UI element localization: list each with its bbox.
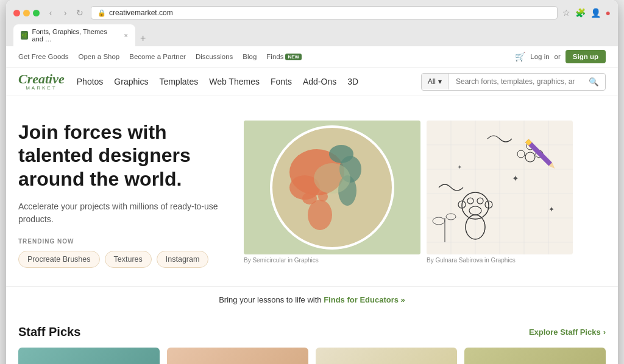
tab-title: Fonts, Graphics, Themes and …: [32, 28, 118, 43]
trending-tag-instagram[interactable]: Instagram: [157, 251, 209, 268]
get-free-goods-link[interactable]: Get Free Goods: [18, 53, 68, 60]
tab-close-button[interactable]: ×: [124, 32, 128, 39]
utility-bar: Get Free Goods Open a Shop Become a Part…: [6, 46, 618, 68]
active-tab[interactable]: 🌿 Fonts, Graphics, Themes and … ×: [13, 24, 135, 46]
blog-link[interactable]: Blog: [243, 53, 257, 60]
hero-left: Join forces with talented designers arou…: [18, 121, 225, 268]
nav-fonts[interactable]: Fonts: [271, 77, 292, 86]
staff-picks-header: Staff Picks Explore Staff Picks ›: [18, 325, 606, 339]
logo-market-text: MARKET: [26, 86, 57, 91]
nav-photos[interactable]: Photos: [77, 77, 104, 86]
svg-point-6: [308, 200, 332, 230]
browser-nav-buttons: ‹ › ↻: [44, 7, 86, 19]
browser-menu-icon[interactable]: ●: [606, 8, 611, 18]
nav-web-themes[interactable]: Web Themes: [209, 77, 260, 86]
hero-section: Join forces with talented designers arou…: [6, 96, 618, 286]
cart-icon[interactable]: 🛒: [515, 52, 525, 61]
educators-link[interactable]: Finds for Educators »: [324, 295, 405, 304]
educators-banner: Bring your lessons to life with Finds fo…: [6, 286, 618, 313]
minimize-traffic-light[interactable]: [23, 10, 30, 16]
trending-label: TRENDING NOW: [18, 238, 225, 245]
img1-caption: By Semicircular in Graphics: [244, 257, 420, 264]
staff-pick-card-2[interactable]: [167, 348, 308, 364]
educators-text: Bring your lessons to life with: [219, 295, 321, 304]
explore-staff-picks-link[interactable]: Explore Staff Picks ›: [529, 327, 606, 337]
browser-window: ‹ › ↻ 🔒 creativemarket.com ☆ 🧩 👤 ● 🌿 Fon…: [6, 0, 618, 364]
tab-favicon: 🌿: [21, 31, 28, 40]
finds-link[interactable]: Finds: [266, 53, 283, 60]
hero-side-image-wrapper: ✦ ✦ ✦ By Gulnara Sabirova in Graphics: [427, 121, 573, 264]
back-button[interactable]: ‹: [44, 7, 57, 19]
logo-creative-text: Creative: [18, 72, 65, 86]
hero-main-image-wrapper: By Semicircular in Graphics: [244, 121, 420, 264]
trending-tag-procreate[interactable]: Procreate Brushes: [18, 251, 100, 268]
img2-caption: By Gulnara Sabirova in Graphics: [427, 257, 573, 264]
main-nav-links: Photos Graphics Templates Web Themes Fon…: [77, 77, 358, 86]
chevron-down-icon: ▾: [438, 77, 442, 86]
search-category-dropdown[interactable]: All ▾: [422, 74, 448, 89]
open-shop-link[interactable]: Open a Shop: [78, 53, 119, 60]
search-button[interactable]: 🔍: [583, 74, 605, 90]
search-container: All ▾ 🔍: [421, 73, 606, 91]
tabs-bar: 🌿 Fonts, Graphics, Themes and … × +: [13, 24, 611, 46]
finds-badge[interactable]: Finds NEW: [266, 53, 302, 60]
main-nav: Creative MARKET Photos Graphics Template…: [6, 68, 618, 96]
hero-side-image: ✦ ✦ ✦: [427, 121, 573, 254]
lock-icon: 🔒: [98, 9, 106, 17]
nav-3d[interactable]: 3D: [347, 77, 358, 86]
or-text: or: [555, 53, 561, 60]
staff-picks-title: Staff Picks: [18, 325, 80, 339]
search-input[interactable]: [448, 74, 583, 89]
website-content: Get Free Goods Open a Shop Become a Part…: [6, 46, 618, 364]
browser-actions: ☆ 🧩 👤 ●: [562, 8, 611, 18]
explore-staff-picks-label: Explore Staff Picks: [529, 327, 601, 337]
url-text: creativemarket.com: [109, 9, 173, 17]
utility-right: 🛒 Log in or Sign up: [515, 50, 606, 63]
hero-main-image: [244, 121, 420, 254]
svg-point-10: [314, 163, 350, 194]
login-button[interactable]: Log in: [530, 53, 549, 60]
hero-images: By Semicircular in Graphics: [244, 121, 606, 264]
star-icon[interactable]: ☆: [562, 8, 570, 18]
signup-button[interactable]: Sign up: [566, 50, 606, 63]
staff-pick-card-3[interactable]: [316, 348, 457, 364]
close-traffic-light[interactable]: [13, 10, 20, 16]
trending-tags: Procreate Brushes Textures Instagram: [18, 251, 225, 268]
become-partner-link[interactable]: Become a Partner: [129, 53, 186, 60]
profile-icon[interactable]: 👤: [590, 8, 601, 18]
new-badge: NEW: [285, 54, 302, 60]
trending-tag-textures[interactable]: Textures: [105, 251, 152, 268]
address-bar[interactable]: 🔒 creativemarket.com: [91, 6, 558, 19]
nav-graphics[interactable]: Graphics: [114, 77, 148, 86]
nav-templates[interactable]: Templates: [159, 77, 198, 86]
utility-links: Get Free Goods Open a Shop Become a Part…: [18, 53, 302, 60]
traffic-lights: [13, 10, 40, 16]
extensions-icon[interactable]: 🧩: [575, 8, 586, 18]
discussions-link[interactable]: Discussions: [196, 53, 233, 60]
hero-subtext: Accelerate your projects with millions o…: [18, 200, 225, 226]
svg-text:✦: ✦: [548, 205, 555, 214]
logo[interactable]: Creative MARKET: [18, 72, 65, 91]
hero-headline: Join forces with talented designers arou…: [18, 121, 225, 191]
staff-picks-grid: [18, 348, 606, 364]
svg-text:✦: ✦: [512, 173, 519, 183]
staff-picks-section: Staff Picks Explore Staff Picks ›: [6, 313, 618, 364]
staff-pick-card-1[interactable]: [18, 348, 160, 364]
browser-chrome: ‹ › ↻ 🔒 creativemarket.com ☆ 🧩 👤 ● 🌿 Fon…: [6, 0, 618, 46]
fullscreen-traffic-light[interactable]: [33, 10, 40, 16]
new-tab-button[interactable]: +: [136, 33, 149, 46]
search-category-label: All: [428, 77, 436, 86]
reload-button[interactable]: ↻: [74, 7, 86, 19]
svg-text:✦: ✦: [457, 164, 462, 170]
nav-add-ons[interactable]: Add-Ons: [303, 77, 336, 86]
staff-pick-card-4[interactable]: [464, 348, 606, 364]
explore-arrow-icon: ›: [603, 327, 606, 337]
forward-button[interactable]: ›: [59, 7, 71, 19]
